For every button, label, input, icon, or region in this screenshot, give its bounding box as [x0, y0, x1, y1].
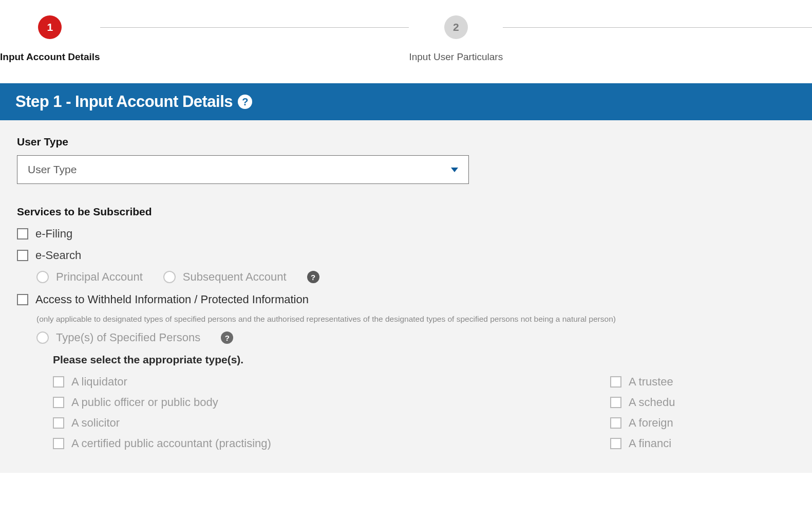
type-public-officer-checkbox[interactable]	[53, 397, 64, 408]
progress-step-1: 1 Input Account Details	[0, 15, 100, 63]
help-icon[interactable]: ?	[238, 95, 252, 109]
progress-step-2-circle: 2	[444, 15, 468, 39]
type-cpa-label: A certified public accountant (practisin…	[71, 437, 271, 450]
efiling-checkbox[interactable]	[17, 228, 28, 239]
type-liquidator-checkbox[interactable]	[53, 376, 64, 388]
specified-persons-label: Type(s) of Specified Persons	[56, 331, 200, 344]
specified-types-left: A liquidator A public officer or public …	[53, 375, 610, 457]
subsequent-radio[interactable]	[163, 271, 176, 283]
type-trustee-label: A trustee	[629, 375, 673, 389]
form-content: User Type User Type Services to be Subsc…	[0, 120, 812, 473]
services-label: Services to be Subscribed	[17, 206, 795, 218]
chevron-down-icon	[451, 168, 458, 172]
step-title: Step 1 - Input Account Details	[15, 93, 233, 111]
progress-step-2-label: Input User Particulars	[409, 51, 503, 63]
progress-step-2: 2 Input User Particulars	[409, 15, 503, 63]
principal-radio[interactable]	[36, 271, 49, 283]
type-solicitor-checkbox[interactable]	[53, 417, 64, 429]
specified-types-right: A trustee A schedu A foreign A financi	[610, 375, 795, 457]
step-header: Step 1 - Input Account Details ?	[0, 83, 812, 120]
type-scheduled-checkbox[interactable]	[610, 397, 621, 408]
type-public-officer-label: A public officer or public body	[71, 396, 218, 409]
type-foreign-checkbox[interactable]	[610, 417, 621, 429]
type-liquidator-label: A liquidator	[71, 375, 127, 389]
type-scheduled-row: A schedu	[610, 396, 795, 409]
type-solicitor-label: A solicitor	[71, 416, 120, 430]
account-type-help-icon[interactable]: ?	[307, 271, 319, 283]
type-trustee-checkbox[interactable]	[610, 376, 621, 388]
user-type-label: User Type	[17, 136, 795, 148]
type-foreign-row: A foreign	[610, 416, 795, 430]
type-solicitor-row: A solicitor	[53, 416, 610, 430]
type-financial-label: A financi	[629, 437, 671, 450]
type-financial-row: A financi	[610, 437, 795, 450]
withheld-checkbox[interactable]	[17, 294, 28, 305]
subsequent-label: Subsequent Account	[183, 270, 287, 284]
specified-types-columns: A liquidator A public officer or public …	[53, 375, 795, 457]
withheld-note: (only applicable to designated types of …	[36, 315, 795, 324]
progress-step-1-circle: 1	[38, 15, 62, 39]
service-efiling-row: e-Filing	[17, 227, 795, 241]
type-scheduled-label: A schedu	[629, 396, 675, 409]
esearch-label: e-Search	[35, 249, 81, 262]
progress-connector	[100, 27, 409, 28]
type-trustee-row: A trustee	[610, 375, 795, 389]
user-type-select[interactable]: User Type	[17, 155, 469, 184]
specified-help-icon[interactable]: ?	[221, 331, 233, 344]
efiling-label: e-Filing	[35, 227, 72, 241]
service-esearch-row: e-Search	[17, 249, 795, 262]
esearch-checkbox[interactable]	[17, 250, 28, 261]
user-type-placeholder: User Type	[28, 163, 77, 176]
specified-persons-radio[interactable]	[36, 331, 49, 344]
specified-persons-row: Type(s) of Specified Persons ?	[36, 331, 795, 344]
type-cpa-row: A certified public accountant (practisin…	[53, 437, 610, 450]
progress-connector	[503, 27, 812, 28]
select-types-prompt: Please select the appropriate type(s).	[53, 354, 795, 366]
type-cpa-checkbox[interactable]	[53, 438, 64, 449]
type-financial-checkbox[interactable]	[610, 438, 621, 449]
type-foreign-label: A foreign	[629, 416, 673, 430]
progress-step-1-label: Input Account Details	[0, 51, 100, 63]
account-type-row: Principal Account Subsequent Account ?	[36, 270, 795, 284]
principal-label: Principal Account	[56, 270, 143, 284]
progress-stepper: 1 Input Account Details 2 Input User Par…	[0, 0, 812, 83]
service-withheld-row: Access to Withheld Information / Protect…	[17, 293, 795, 306]
type-public-officer-row: A public officer or public body	[53, 396, 610, 409]
type-liquidator-row: A liquidator	[53, 375, 610, 389]
withheld-label: Access to Withheld Information / Protect…	[35, 293, 309, 306]
